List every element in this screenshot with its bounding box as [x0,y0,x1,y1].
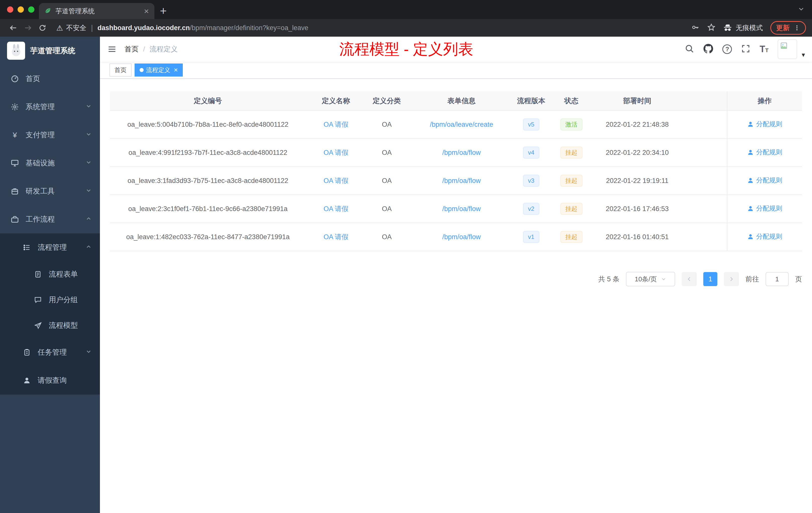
assign-rule-link[interactable]: 分配规则 [747,176,782,185]
browser-tab-strip: 芋道管理系统 × + [0,0,812,19]
tag-home[interactable]: 首页 [110,63,132,77]
clipboard-icon [22,349,32,356]
address-bar[interactable]: dashboard.yudao.iocoder.cn/bpm/manager/d… [97,24,308,32]
url-domain: dashboard.yudao.iocoder.cn [97,24,190,32]
sidebar-item-label: 工作流程 [26,214,55,224]
sidebar-item-process-management[interactable]: 流程管理 [0,233,100,262]
form-link[interactable]: /bpm/oa/leave/create [430,121,493,128]
chevron-down-icon [85,187,92,195]
browser-tab[interactable]: 芋道管理系统 × [39,3,154,19]
sidebar-item-process-model[interactable]: 流程模型 [0,313,100,338]
caret-down-icon[interactable]: ▾ [802,51,805,59]
deploy-time: 2022-01-16 17:46:53 [596,195,679,223]
definition-name-link[interactable]: OA 请假 [323,233,348,241]
person-icon [22,377,32,384]
sidebar-item-label: 流程管理 [38,242,67,252]
window-minimize-button[interactable] [18,6,24,13]
actions-cell: 分配规则 [727,139,802,167]
search-icon[interactable] [685,44,694,55]
definition-name-link[interactable]: OA 请假 [323,149,348,156]
assign-rule-label: 分配规则 [756,232,782,241]
page-size-select[interactable]: 10条/页 [626,272,675,286]
sidebar-item-workflow[interactable]: 工作流程 [0,205,100,233]
sidebar-item-task-management[interactable]: 任务管理 [0,338,100,366]
page-unit-label: 页 [795,275,802,283]
new-tab-button[interactable]: + [160,5,167,17]
version-cell: v3 [516,167,547,195]
tab-close-icon[interactable]: × [144,7,149,15]
window-close-button[interactable] [7,6,13,13]
breadcrumb-current: 流程定义 [150,44,178,54]
definition-table: 定义编号 定义名称 定义分类 表单信息 流程版本 状态 部署时间 操作 oa_l… [110,91,802,251]
spacer-cell [679,111,727,139]
hamburger-icon[interactable] [107,45,117,54]
definition-id: oa_leave:5:004b710b-7b8a-11ec-8ef0-acde4… [110,111,306,139]
app-title: 芋道管理系统 [30,46,75,56]
table-body: oa_leave:5:004b710b-7b8a-11ec-8ef0-acde4… [110,111,802,251]
incognito-badge: 无痕模式 [723,23,763,32]
assign-rule-link[interactable]: 分配规则 [747,232,782,241]
sidebar-item-process-form[interactable]: 流程表单 [0,262,100,287]
table-row: oa_leave:5:004b710b-7b8a-11ec-8ef0-acde4… [110,111,802,139]
sidebar-logo[interactable]: 芋道管理系统 [0,37,100,65]
current-page-button[interactable]: 1 [703,272,717,286]
form-link[interactable]: /bpm/oa/flow [442,149,481,156]
assign-rule-link[interactable]: 分配规则 [747,120,782,128]
window-zoom-button[interactable] [28,6,34,13]
breadcrumb-home[interactable]: 首页 [124,44,139,54]
sidebar-item-leave-query[interactable]: 请假查询 [0,366,100,395]
forward-icon[interactable] [21,24,35,32]
deploy-time: 2022-01-22 19:19:11 [596,167,679,195]
back-icon[interactable] [6,24,21,32]
password-key-icon[interactable] [691,23,699,33]
form-link[interactable]: /bpm/oa/flow [442,177,481,184]
form-link[interactable]: /bpm/oa/flow [442,233,481,241]
col-definition-category: 定义分类 [366,91,407,111]
definition-category: OA [366,139,407,167]
sidebar-item-system[interactable]: 系统管理 [0,93,100,121]
user-icon [747,233,754,240]
incognito-label: 无痕模式 [736,23,763,32]
security-chip[interactable]: ⚠ 不安全 [56,23,86,32]
help-icon[interactable]: ? [722,44,732,54]
tab-search-chevron-icon[interactable] [798,5,805,14]
assign-rule-link[interactable]: 分配规则 [747,148,782,157]
form-link[interactable]: /bpm/oa/flow [442,205,481,213]
tag-close-icon[interactable]: × [174,66,178,73]
tag-process-definition[interactable]: 流程定义 × [135,63,183,77]
definition-name-link[interactable]: OA 请假 [323,121,348,128]
goto-page-input[interactable] [765,272,789,286]
table-row: oa_leave:4:991f2193-7b7f-11ec-a3c8-acde4… [110,139,802,167]
col-status: 状态 [547,91,596,111]
user-icon [747,205,754,212]
chevron-down-icon [85,131,92,139]
prev-page-button[interactable] [682,272,697,286]
definition-name-link[interactable]: OA 请假 [323,205,348,213]
definition-name-link[interactable]: OA 请假 [323,177,348,184]
sidebar-item-home[interactable]: 首页 [0,65,100,93]
sidebar-item-devtools[interactable]: 研发工具 [0,177,100,205]
sidebar-item-user-group[interactable]: 用户分组 [0,287,100,313]
definition-name-cell: OA 请假 [306,111,366,139]
github-icon[interactable] [703,44,713,55]
col-definition-name: 定义名称 [306,91,366,111]
total-count: 共 5 条 [598,275,619,283]
col-definition-id: 定义编号 [110,91,306,111]
bookmark-star-icon[interactable] [707,23,716,33]
version-cell: v5 [516,111,547,139]
next-page-button[interactable] [724,272,739,286]
fullscreen-icon[interactable] [741,44,751,55]
sidebar: 芋道管理系统 首页 系统管理 ¥ 支付管理 基础设施 研发工具 工作 [0,37,100,513]
chevron-up-icon [85,243,92,252]
assign-rule-link[interactable]: 分配规则 [747,204,782,213]
reload-icon[interactable] [35,24,50,32]
avatar[interactable] [778,39,797,59]
sidebar-item-infrastructure[interactable]: 基础设施 [0,149,100,177]
spacer-cell [679,139,727,167]
sidebar-item-label: 用户分组 [49,295,78,305]
sidebar-item-payment[interactable]: ¥ 支付管理 [0,121,100,149]
update-chip[interactable]: 更新 [770,21,806,35]
font-size-icon[interactable]: TT [759,45,768,54]
chip-divider: | [91,24,93,32]
goto-label: 前往 [746,275,759,283]
